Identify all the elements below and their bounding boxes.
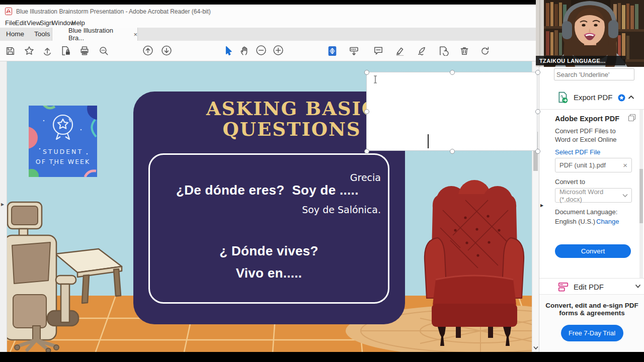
webcam-name-label: TZAIKOU LANGUAGE... xyxy=(536,56,625,65)
collapse-chevron-icon[interactable] xyxy=(628,95,634,100)
qa-question1: ¿De dónde eres? Soy de ..... xyxy=(176,183,359,198)
share-upload-icon[interactable] xyxy=(41,44,53,58)
text-annotation-box[interactable] xyxy=(366,72,537,151)
convert-button[interactable]: Convert xyxy=(555,244,631,258)
text-caret xyxy=(428,134,429,148)
selected-file-field[interactable]: PDF (unit 1).pdf × xyxy=(555,158,632,172)
tools-sidebar: ▶ Export PDF Adobe Export PDF Convert PD… xyxy=(539,61,644,352)
page-down-icon[interactable] xyxy=(160,43,173,57)
edit-pdf-row[interactable]: Edit PDF xyxy=(539,281,644,294)
save-icon[interactable] xyxy=(4,44,16,58)
star-icon[interactable] xyxy=(23,44,35,58)
promo-text-line2: forms & agreements xyxy=(539,309,644,317)
annotation-handle[interactable] xyxy=(364,149,369,154)
format-dropdown[interactable]: Microsoft Word (*.docx) xyxy=(555,188,632,203)
clear-file-icon[interactable]: × xyxy=(623,161,627,169)
edit-page-icon[interactable] xyxy=(438,44,450,58)
armchair-illustration xyxy=(423,180,526,352)
annotation-handle[interactable] xyxy=(364,109,369,114)
tab-document-label: Blue Illustration Bra... xyxy=(68,27,129,42)
zoom-in-icon[interactable] xyxy=(272,43,284,57)
export-pdf-icon xyxy=(557,92,569,104)
student-badge: STUDENT OF THE WEEK xyxy=(29,106,97,177)
selected-file-name: PDF (unit 1).pdf xyxy=(559,161,623,169)
medal-ribbon-icon xyxy=(49,112,77,143)
badge-text-line1: STUDENT xyxy=(29,148,97,155)
annotation-handle[interactable] xyxy=(535,149,540,154)
dropdown-chevron-icon xyxy=(622,194,628,198)
export-panel-description: Convert PDF Files to Word or Excel Onlin… xyxy=(555,127,633,144)
search-input[interactable] xyxy=(554,68,634,80)
select-tool-icon[interactable] xyxy=(222,44,234,58)
export-pdf-label: Export PDF xyxy=(574,93,613,102)
annotation-handle[interactable] xyxy=(535,70,540,75)
webcam-name-text: TZAIKOU LANGUAGE... xyxy=(539,58,606,64)
annotation-handle[interactable] xyxy=(450,149,455,154)
document-language-value: English (U.S.) xyxy=(555,218,595,225)
badge-text-line2: OF THE WEEK xyxy=(29,158,97,165)
promo-panel: Convert, edit and e-sign PDF forms & agr… xyxy=(539,294,644,352)
format-dropdown-value: Microsoft Word (*.docx) xyxy=(559,188,622,203)
sidebar-scrollbar[interactable] xyxy=(639,110,643,279)
webcam-overlay: TZAIKOU LANGUAGE... xyxy=(536,0,644,67)
search-icon[interactable] xyxy=(98,44,110,58)
slide-title-line1: ASKING BASIC xyxy=(133,99,405,119)
qa-hint: Grecia xyxy=(350,172,381,183)
free-trial-button-label: Free 7-Day Trial xyxy=(569,329,615,337)
select-pdf-file-label: Select PDF File xyxy=(555,148,600,156)
promo-text-line1: Convert, edit and e-sign PDF xyxy=(539,302,644,309)
export-locked-page-icon[interactable] xyxy=(60,44,72,58)
qa-question2: ¿ Dónde vives? xyxy=(150,243,388,259)
rotate-refresh-icon[interactable] xyxy=(479,44,491,58)
sidebar-divider2 xyxy=(539,278,644,279)
annotation-handle[interactable] xyxy=(535,109,540,114)
delete-page-icon[interactable] xyxy=(458,44,470,58)
scroll-mode-icon[interactable] xyxy=(348,44,360,58)
bottom-letterbox-bar xyxy=(0,352,644,362)
desk-chair-illustration xyxy=(7,196,133,352)
qa-answer1: Soy de Salónica. xyxy=(302,204,381,215)
print-icon[interactable] xyxy=(78,44,91,58)
edit-pdf-label: Edit PDF xyxy=(574,283,604,291)
convert-to-label: Convert to xyxy=(555,178,585,186)
highlight-icon[interactable] xyxy=(394,44,406,58)
scroll-down-chevron-icon[interactable] xyxy=(533,346,538,350)
acrobat-window: Blue Illustration Brainstorm Presentatio… xyxy=(0,0,644,362)
tab-close-icon[interactable]: × xyxy=(133,31,137,38)
left-panel-toggle-icon[interactable]: ▶ xyxy=(1,202,4,207)
hand-tool-icon[interactable] xyxy=(238,44,251,58)
annotation-handle[interactable] xyxy=(450,70,455,75)
change-language-link[interactable]: Change xyxy=(596,218,619,225)
slide-title-line2: QUESTIONS xyxy=(133,119,405,140)
free-trial-button[interactable]: Free 7-Day Trial xyxy=(561,325,623,341)
sidebar-scrollbar-thumb[interactable] xyxy=(639,169,643,223)
star-badge-icon xyxy=(618,94,625,102)
left-panel-strip: ▶ xyxy=(0,61,7,352)
qa-box: Grecia ¿De dónde eres? Soy de ..... Soy … xyxy=(148,153,389,304)
acrobat-app-icon xyxy=(5,8,12,15)
document-language-label: Document Language: xyxy=(555,208,617,216)
edit-pdf-icon xyxy=(558,282,569,292)
export-pdf-row[interactable]: Export PDF xyxy=(539,87,644,108)
convert-button-label: Convert xyxy=(581,247,605,255)
sign-icon[interactable] xyxy=(416,44,428,58)
expand-chevron-icon[interactable] xyxy=(635,284,641,289)
right-panel-toggle-icon[interactable]: ▶ xyxy=(540,203,543,208)
ibeam-cursor xyxy=(373,75,378,83)
copy-pages-icon xyxy=(628,114,636,122)
fit-page-icon[interactable] xyxy=(326,44,338,58)
qa-answer2: Vivo en..... xyxy=(150,265,388,281)
annotation-handle[interactable] xyxy=(364,70,369,75)
page-up-icon[interactable] xyxy=(142,43,154,57)
sidebar-divider xyxy=(539,109,644,110)
tab-tools[interactable]: Tools xyxy=(34,30,50,38)
window-title: Blue Illustration Brainstorm Presentatio… xyxy=(16,8,211,15)
tab-home[interactable]: Home xyxy=(6,30,24,38)
export-panel-heading: Adobe Export PDF xyxy=(555,115,619,123)
tab-document[interactable]: Blue Illustration Bra... × xyxy=(52,28,138,41)
comment-icon[interactable] xyxy=(372,44,384,58)
zoom-out-icon[interactable] xyxy=(255,43,267,57)
